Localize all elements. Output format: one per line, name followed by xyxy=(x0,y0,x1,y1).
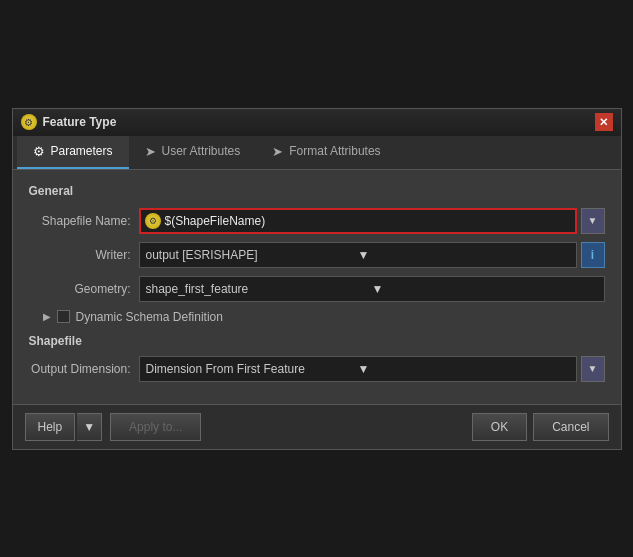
tab-format-attributes[interactable]: ➤ Format Attributes xyxy=(256,136,396,169)
dynamic-schema-checkbox[interactable] xyxy=(57,310,70,323)
shapefile-name-input[interactable]: ⚙ $(ShapeFileName) xyxy=(139,208,577,234)
shapefile-name-control: ⚙ $(ShapeFileName) ▼ xyxy=(139,208,605,234)
geometry-select-arrow: ▼ xyxy=(372,282,598,296)
writer-row: Writer: output [ESRISHAPE] ▼ i xyxy=(29,242,605,268)
feature-type-dialog: ⚙ Feature Type ✕ ⚙ Parameters ➤ User Att… xyxy=(12,108,622,450)
output-dimension-row: Output Dimension: Dimension From First F… xyxy=(29,356,605,382)
footer-left: Help ▼ Apply to... xyxy=(25,413,202,441)
dynamic-schema-row: ▶ Dynamic Schema Definition xyxy=(29,310,605,324)
writer-select[interactable]: output [ESRISHAPE] ▼ xyxy=(139,242,577,268)
tab-format-attributes-label: Format Attributes xyxy=(289,144,380,158)
geometry-control: shape_first_feature ▼ xyxy=(139,276,605,302)
geometry-label: Geometry: xyxy=(29,282,139,296)
footer: Help ▼ Apply to... OK Cancel xyxy=(13,404,621,449)
geometry-value: shape_first_feature xyxy=(146,282,372,296)
title-bar: ⚙ Feature Type ✕ xyxy=(13,108,621,136)
tab-user-attributes[interactable]: ➤ User Attributes xyxy=(129,136,257,169)
tab-parameters-label: Parameters xyxy=(51,144,113,158)
shapefile-name-value: $(ShapeFileName) xyxy=(165,214,571,228)
parameters-tab-icon: ⚙ xyxy=(33,144,45,159)
shapefile-name-row: Shapefile Name: ⚙ $(ShapeFileName) ▼ xyxy=(29,208,605,234)
content-area: General Shapefile Name: ⚙ $(ShapeFileNam… xyxy=(13,170,621,404)
output-dimension-select-arrow: ▼ xyxy=(358,362,570,376)
dynamic-schema-expand-arrow[interactable]: ▶ xyxy=(43,311,51,322)
general-section-label: General xyxy=(29,184,605,198)
window-title: Feature Type xyxy=(43,115,117,129)
writer-select-arrow: ▼ xyxy=(358,248,570,262)
close-button[interactable]: ✕ xyxy=(595,113,613,131)
shapefile-name-label: Shapefile Name: xyxy=(29,214,139,228)
ok-button[interactable]: OK xyxy=(472,413,527,441)
geometry-select[interactable]: shape_first_feature ▼ xyxy=(139,276,605,302)
shapefile-section-label: Shapefile xyxy=(29,334,605,348)
tab-parameters[interactable]: ⚙ Parameters xyxy=(17,136,129,169)
help-dropdown-button[interactable]: ▼ xyxy=(77,413,102,441)
output-dimension-value: Dimension From First Feature xyxy=(146,362,358,376)
user-attributes-tab-icon: ➤ xyxy=(145,144,156,159)
output-dimension-dropdown-button[interactable]: ▼ xyxy=(581,356,605,382)
shapefile-input-icon: ⚙ xyxy=(145,213,161,229)
window-icon: ⚙ xyxy=(21,114,37,130)
tab-bar: ⚙ Parameters ➤ User Attributes ➤ Format … xyxy=(13,136,621,170)
tab-user-attributes-label: User Attributes xyxy=(162,144,241,158)
writer-value: output [ESRISHAPE] xyxy=(146,248,358,262)
output-dimension-select[interactable]: Dimension From First Feature ▼ xyxy=(139,356,577,382)
writer-control: output [ESRISHAPE] ▼ i xyxy=(139,242,605,268)
apply-button[interactable]: Apply to... xyxy=(110,413,201,441)
output-dimension-control: Dimension From First Feature ▼ ▼ xyxy=(139,356,605,382)
writer-label: Writer: xyxy=(29,248,139,262)
footer-right: OK Cancel xyxy=(472,413,609,441)
format-attributes-tab-icon: ➤ xyxy=(272,144,283,159)
dynamic-schema-label: Dynamic Schema Definition xyxy=(76,310,223,324)
title-bar-left: ⚙ Feature Type xyxy=(21,114,117,130)
help-button[interactable]: Help xyxy=(25,413,76,441)
geometry-row: Geometry: shape_first_feature ▼ xyxy=(29,276,605,302)
shapefile-name-dropdown-button[interactable]: ▼ xyxy=(581,208,605,234)
cancel-button[interactable]: Cancel xyxy=(533,413,608,441)
output-dimension-label: Output Dimension: xyxy=(29,362,139,376)
writer-info-button[interactable]: i xyxy=(581,242,605,268)
